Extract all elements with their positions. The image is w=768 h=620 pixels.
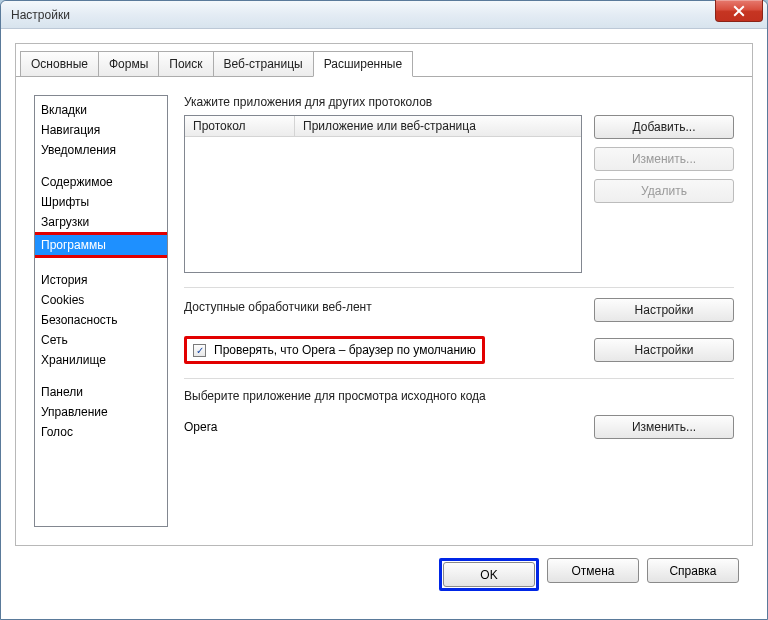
col-application[interactable]: Приложение или веб-страница bbox=[295, 116, 581, 136]
sidebar-item-tabs[interactable]: Вкладки bbox=[35, 100, 167, 120]
change-source-button[interactable]: Изменить... bbox=[594, 415, 734, 439]
default-browser-checkbox[interactable]: ✓ bbox=[193, 344, 206, 357]
sidebar-item-downloads[interactable]: Загрузки bbox=[35, 212, 167, 232]
sidebar-item-programs[interactable]: Программы bbox=[35, 235, 167, 255]
sidebar-item-content[interactable]: Содержимое bbox=[35, 172, 167, 192]
sidebar-item-fonts[interactable]: Шрифты bbox=[35, 192, 167, 212]
tabstrip: Основные Формы Поиск Веб-страницы Расшир… bbox=[16, 44, 752, 77]
highlight-ok: OK bbox=[439, 558, 539, 591]
highlight-programs: Программы bbox=[34, 232, 168, 258]
tab-basic[interactable]: Основные bbox=[20, 51, 99, 77]
source-viewer-label: Выберите приложение для просмотра исходн… bbox=[184, 389, 734, 403]
tab-forms[interactable]: Формы bbox=[98, 51, 159, 77]
delete-button: Удалить bbox=[594, 179, 734, 203]
highlight-default-browser: ✓ Проверять, что Opera – браузер по умол… bbox=[184, 336, 485, 364]
tab-advanced[interactable]: Расширенные bbox=[313, 51, 414, 77]
source-app-value: Opera bbox=[184, 420, 582, 434]
default-browser-label: Проверять, что Opera – браузер по умолча… bbox=[214, 343, 476, 357]
sidebar-item-security[interactable]: Безопасность bbox=[35, 310, 167, 330]
sidebar-item-voice[interactable]: Голос bbox=[35, 422, 167, 442]
sidebar-item-notifications[interactable]: Уведомления bbox=[35, 140, 167, 160]
sidebar-item-cookies[interactable]: Cookies bbox=[35, 290, 167, 310]
edit-button: Изменить... bbox=[594, 147, 734, 171]
sidebar-item-storage[interactable]: Хранилище bbox=[35, 350, 167, 370]
sidebar-item-network[interactable]: Сеть bbox=[35, 330, 167, 350]
default-settings-button[interactable]: Настройки bbox=[594, 338, 734, 362]
divider bbox=[184, 287, 734, 288]
table-header: Протокол Приложение или веб-страница bbox=[185, 116, 581, 137]
feeds-label: Доступные обработчики веб-лент bbox=[184, 300, 582, 314]
window-title: Настройки bbox=[11, 8, 70, 22]
cancel-button[interactable]: Отмена bbox=[547, 558, 639, 583]
close-icon bbox=[733, 5, 745, 17]
titlebar: Настройки bbox=[1, 1, 767, 29]
sidebar-item-management[interactable]: Управление bbox=[35, 402, 167, 422]
sidebar-item-history[interactable]: История bbox=[35, 270, 167, 290]
feeds-settings-button[interactable]: Настройки bbox=[594, 298, 734, 322]
col-protocol[interactable]: Протокол bbox=[185, 116, 295, 136]
close-button[interactable] bbox=[715, 0, 763, 22]
tab-search[interactable]: Поиск bbox=[158, 51, 213, 77]
tab-webpages[interactable]: Веб-страницы bbox=[213, 51, 314, 77]
sidebar[interactable]: Вкладки Навигация Уведомления Содержимое… bbox=[34, 95, 168, 527]
help-button[interactable]: Справка bbox=[647, 558, 739, 583]
add-button[interactable]: Добавить... bbox=[594, 115, 734, 139]
ok-button[interactable]: OK bbox=[443, 562, 535, 587]
divider bbox=[184, 378, 734, 379]
protocols-table[interactable]: Протокол Приложение или веб-страница bbox=[184, 115, 582, 273]
sidebar-item-navigation[interactable]: Навигация bbox=[35, 120, 167, 140]
protocols-label: Укажите приложения для других протоколов bbox=[184, 95, 734, 109]
sidebar-item-panels[interactable]: Панели bbox=[35, 382, 167, 402]
